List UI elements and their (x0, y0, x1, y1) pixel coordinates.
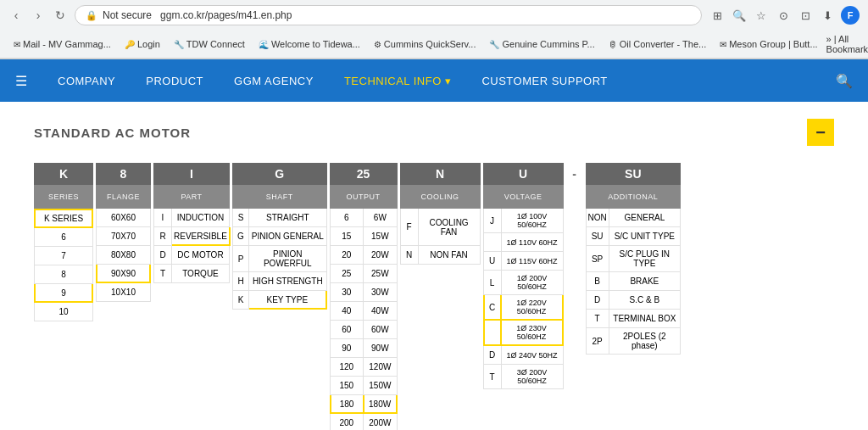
cell-k-7: 7 (34, 247, 93, 265)
col-g-subheader: SHAFT (232, 185, 327, 209)
cell-25-150w: 150W (364, 377, 398, 395)
bookmark-login[interactable]: 🔑 Login (120, 37, 165, 51)
cell-n-cooling-fan: COOLING FAN (419, 209, 481, 246)
cell-25-60w: 60W (364, 321, 398, 339)
nav-product[interactable]: PRODUCT (131, 59, 219, 102)
nav-company[interactable]: COMPANY (42, 59, 131, 102)
cell-25-120w-row: 120 120W (330, 358, 398, 377)
cell-u-100v-row: J 1Ø 100V 50/60HZ (483, 209, 564, 233)
bookmark-meson[interactable]: ✉ Meson Group | Butt... (715, 37, 822, 51)
cell-g-key-type: KEY TYPE (249, 291, 327, 310)
forward-button[interactable]: › (31, 8, 46, 23)
back-button[interactable]: ‹ (8, 8, 24, 23)
cell-d-code: D (153, 246, 172, 265)
cell-25-120w: 120W (364, 358, 398, 377)
cell-su-general-row: NON GENERAL (586, 209, 682, 227)
security-icon: 🔒 (86, 10, 97, 21)
cell-i-induction-row: I INDUCTION (153, 209, 230, 227)
cell-g-pinion-general: PINION GENERAL (249, 227, 327, 246)
col-k-subheader: SERIES (34, 185, 93, 209)
cell-25-200w: 200W (364, 414, 398, 430)
collapse-button[interactable]: − (807, 119, 834, 146)
cell-25-30w-row: 30 30W (330, 283, 398, 302)
col-8-subheader: FLANGE (96, 185, 151, 209)
cell-u-110v: 1Ø 110V 60HZ (502, 233, 564, 252)
cell-su-b-code: B (586, 272, 609, 291)
meson-icon: ✉ (720, 40, 726, 49)
cell-u-115v-row: U 1Ø 115V 60HZ (483, 252, 564, 271)
cell-25-6w-row: 6 6W (330, 209, 398, 227)
cell-25-20w-row: 20 20W (330, 246, 398, 265)
cell-25-15: 15 (330, 227, 364, 246)
cell-su-2p-code: 2P (586, 328, 609, 355)
cell-25-180w: 180W (364, 395, 398, 414)
cell-25-6w: 6W (364, 209, 398, 227)
cell-su-sc-plug: S/C PLUG IN TYPE (609, 246, 682, 272)
col-25-header: 25 (330, 163, 398, 185)
cell-u-l-code: L (483, 271, 502, 295)
cell-i-induction: INDUCTION (172, 209, 230, 227)
bookmark-icon[interactable]: ☆ (753, 7, 770, 24)
cell-25-200: 200 (330, 414, 364, 430)
cell-u-3ph-row: T 3Ø 200V 50/60HZ (483, 365, 564, 389)
extensions-icon[interactable]: ⊡ (797, 7, 814, 24)
cell-u-200v: 1Ø 200V 50/60HZ (502, 271, 564, 295)
profile-avatar[interactable]: F (841, 6, 860, 25)
cell-su-2poles: 2POLES (2 phase) (609, 328, 682, 355)
cell-8-70x70: 70X70 (96, 227, 151, 246)
cell-25-6: 6 (330, 209, 364, 227)
search-nav-icon[interactable]: 🔍 (829, 66, 860, 96)
cell-25-15w-row: 15 15W (330, 227, 398, 246)
cell-25-25w-row: 25 25W (330, 265, 398, 283)
bookmark-oil[interactable]: 🛢 Oil Converter - The... (604, 37, 712, 51)
cell-25-90: 90 (330, 339, 364, 358)
bookmark-mail-label: Mail - MV Gammag... (23, 39, 111, 49)
cell-25-200w-row: 200 200W (330, 414, 398, 430)
cell-25-90w-row: 90 90W (330, 339, 398, 358)
bookmark-tidewa[interactable]: 🌊 Welcome to Tidewa... (253, 37, 365, 51)
cell-25-150w-row: 150 150W (330, 377, 398, 395)
cell-g-high-strength: HIGH STRENGTH (249, 272, 327, 291)
security-label: Not secure (103, 9, 152, 21)
cell-r-code: R (153, 227, 172, 246)
cell-u-220v: 1Ø 220V 50/60HZ (502, 295, 564, 321)
bookmarks-more[interactable]: » | All Bookmarks (826, 34, 868, 54)
cell-su-sc-plug-row: SP S/C PLUG IN TYPE (586, 246, 682, 272)
cell-su-2poles-row: 2P 2POLES (2 phase) (586, 328, 682, 355)
cell-u-230v: 1Ø 230V 50/60HZ (502, 321, 564, 346)
search-icon[interactable]: 🔍 (731, 7, 748, 24)
col-n: N COOLING F COOLING FAN N NON FAN (400, 163, 481, 265)
cell-k-9: 9 (34, 284, 93, 303)
page-content: STANDARD AC MOTOR − K SERIES K SERIES 6 … (0, 102, 868, 430)
nav-ggm-agency[interactable]: GGM AGENCY (219, 59, 329, 102)
cell-g-straight: STRAIGHT (249, 209, 327, 227)
nav-customer-support[interactable]: CUSTOMER SUPPORT (466, 59, 622, 102)
cell-25-180w-row: 180 180W (330, 395, 398, 414)
bookmark-mail[interactable]: ✉ Mail - MV Gammag... (8, 37, 116, 51)
bookmark-tdw[interactable]: 🔧 TDW Connect (169, 37, 250, 51)
refresh-button[interactable]: ↻ (53, 8, 68, 23)
translate-icon[interactable]: ⊞ (709, 7, 726, 24)
cell-25-25: 25 (330, 265, 364, 283)
cell-i-code: I (153, 209, 172, 227)
cell-d-dcmotor-row: D DC MOTOR (153, 246, 230, 265)
browser-actions: ⊞ 🔍 ☆ ⊙ ⊡ ⬇ F (709, 6, 860, 25)
login-icon: 🔑 (125, 40, 135, 49)
download-icon[interactable]: ⬇ (819, 7, 836, 24)
nav-technical-info[interactable]: TECHNICAL INFO ▾ (329, 59, 466, 102)
genuine-icon: 🔧 (489, 40, 499, 49)
hamburger-menu[interactable]: ☰ (8, 66, 34, 96)
bookmark-genuine[interactable]: 🔧 Genuine Cummins P... (484, 37, 599, 51)
cell-d-dcmotor: DC MOTOR (172, 246, 230, 265)
part-number-table: K SERIES K SERIES 6 7 8 9 10 8 FLANGE 60… (34, 163, 834, 430)
cell-g-pinion-row: G PINION GENERAL (232, 227, 327, 246)
cell-k-8: 8 (34, 265, 93, 284)
bookmark-login-label: Login (137, 39, 160, 49)
bookmark-cummins[interactable]: ⚙ Cummins QuickServ... (369, 37, 481, 51)
profile-icon[interactable]: ⊙ (775, 7, 792, 24)
cell-25-25w: 25W (364, 265, 398, 283)
cell-25-90w: 90W (364, 339, 398, 358)
col-n-subheader: COOLING (400, 185, 481, 209)
col-i: I PART I INDUCTION R REVERSIBLE D DC MOT… (153, 163, 230, 283)
address-bar[interactable]: 🔒 Not secure ggm.co.kr/pages/m41.en.php (75, 5, 702, 25)
